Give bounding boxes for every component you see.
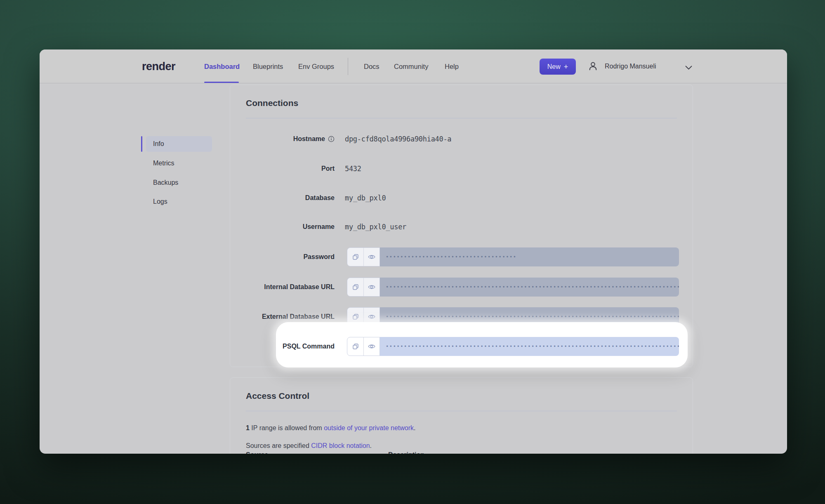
- ip-range-text: 1 IP range is allowed from outside of yo…: [246, 424, 415, 432]
- chevron-down-icon[interactable]: [685, 64, 692, 72]
- psql-actions: [347, 337, 380, 356]
- database-label: Database: [230, 194, 335, 202]
- hostname-label: Hostname: [230, 135, 335, 143]
- internal-url-masked-field[interactable]: ••••••••••••••••••••••••••••••••••••••••…: [380, 278, 679, 297]
- source-column-header: Source: [246, 451, 268, 454]
- description-column-header: Description: [388, 451, 424, 454]
- connections-title: Connections: [246, 98, 298, 108]
- hostname-value: dpg-cfd8qola4996a90hia40-a: [345, 135, 451, 143]
- sidebar-item-info-label[interactable]: Info: [153, 140, 164, 148]
- sidebar-active-indicator: [141, 136, 142, 152]
- copy-button[interactable]: [347, 248, 363, 266]
- sidebar-item-metrics[interactable]: Metrics: [153, 160, 174, 167]
- copy-button[interactable]: [347, 278, 363, 296]
- app-window: render Dashboard Blueprints Env Groups D…: [40, 49, 787, 454]
- connections-panel: Connections Hostname dpg-cfd8qola4996a90…: [230, 85, 693, 367]
- internal-url-actions: [347, 278, 380, 297]
- masked-value: ••••••••••••••••••••••••••••••••••••••••…: [386, 284, 679, 290]
- external-url-label: External Database URL: [230, 313, 335, 320]
- user-avatar-icon[interactable]: [587, 61, 599, 73]
- top-navbar: render Dashboard Blueprints Env Groups D…: [40, 49, 787, 83]
- username-label: Username: [230, 223, 335, 231]
- copy-icon: [352, 313, 359, 320]
- eye-icon: [368, 283, 376, 291]
- access-control-title: Access Control: [246, 391, 309, 401]
- eye-icon: [368, 313, 376, 321]
- user-name[interactable]: Rodrigo Mansueli: [605, 63, 656, 70]
- sidebar-item-logs[interactable]: Logs: [153, 198, 167, 205]
- copy-icon: [352, 283, 359, 291]
- reveal-button[interactable]: [363, 248, 380, 266]
- hostname-row: Hostname dpg-cfd8qola4996a90hia40-a: [230, 130, 693, 148]
- eye-icon: [368, 253, 376, 261]
- sources-text: Sources are specified CIDR block notatio…: [246, 442, 372, 450]
- masked-value: ••••••••••••••••••••••••••••••••••••••••…: [386, 314, 679, 320]
- psql-command-label: PSQL Command: [230, 343, 335, 350]
- ip-range-count: 1: [246, 424, 250, 431]
- info-icon[interactable]: [328, 136, 335, 142]
- access-control-panel: Access Control 1 IP range is allowed fro…: [230, 377, 693, 454]
- panel-divider: [246, 118, 677, 118]
- psql-masked-field[interactable]: ••••••••••••••••••••••••••••••••••••••••…: [380, 337, 679, 356]
- render-logo[interactable]: render: [142, 60, 175, 73]
- copy-icon: [352, 343, 359, 350]
- username-row: Username my_db_pxl0_user: [230, 217, 693, 236]
- database-value: my_db_pxl0: [345, 194, 386, 202]
- panel-divider: [246, 411, 677, 411]
- new-button[interactable]: New +: [540, 59, 576, 75]
- port-label: Port: [230, 165, 335, 172]
- nav-tab-dashboard[interactable]: Dashboard: [204, 62, 240, 70]
- nav-link-community[interactable]: Community: [394, 62, 428, 70]
- private-network-link[interactable]: outside of your private network: [324, 424, 414, 431]
- password-masked-field[interactable]: ••••••••••••••••••••••••••••••••••••: [380, 247, 679, 266]
- port-value: 5432: [345, 165, 361, 173]
- port-row: Port 5432: [230, 159, 693, 178]
- password-actions: [347, 247, 380, 266]
- nav-link-help[interactable]: Help: [445, 62, 459, 70]
- sidebar-item-backups[interactable]: Backups: [153, 179, 178, 186]
- masked-value: ••••••••••••••••••••••••••••••••••••••••…: [386, 344, 679, 349]
- cidr-notation-link[interactable]: CIDR block notation: [311, 442, 370, 449]
- password-label: Password: [230, 253, 335, 261]
- nav-divider: [348, 58, 348, 75]
- nav-tab-blueprints[interactable]: Blueprints: [253, 62, 283, 70]
- plus-icon: +: [564, 63, 568, 71]
- active-tab-underline: [204, 82, 239, 83]
- psql-command-row: PSQL Command: [230, 337, 693, 356]
- internal-url-row: Internal Database URL: [230, 278, 693, 297]
- eye-icon: [368, 342, 376, 351]
- password-row: Password: [230, 247, 693, 266]
- username-value: my_db_pxl0_user: [345, 223, 406, 231]
- nav-link-docs[interactable]: Docs: [364, 62, 380, 70]
- masked-value: ••••••••••••••••••••••••••••••••••••: [386, 254, 517, 260]
- copy-icon: [352, 253, 359, 261]
- new-button-label: New: [547, 63, 561, 71]
- nav-tab-env-groups[interactable]: Env Groups: [298, 62, 334, 70]
- internal-url-label: Internal Database URL: [230, 283, 335, 291]
- database-row: Database my_db_pxl0: [230, 188, 693, 207]
- reveal-button[interactable]: [363, 337, 380, 356]
- reveal-button[interactable]: [363, 278, 380, 296]
- copy-button[interactable]: [347, 337, 363, 356]
